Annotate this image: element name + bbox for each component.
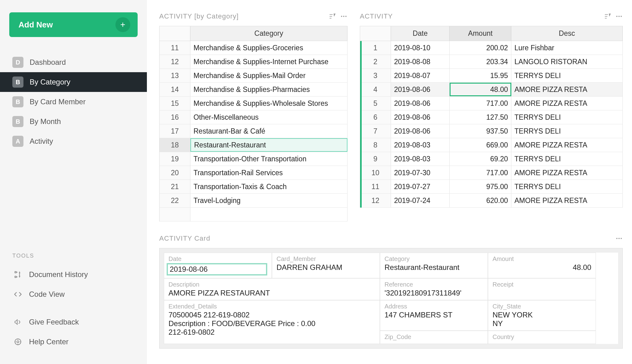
sidebar-item-by-card-member[interactable]: B By Card Member bbox=[0, 92, 147, 112]
category-cell[interactable]: Merchandise & Supplies-Mail Order bbox=[190, 69, 347, 82]
date-cell[interactable]: 2019-08-06 bbox=[391, 110, 450, 124]
category-cell[interactable]: Restaurant-Restaurant bbox=[190, 138, 347, 152]
table-row[interactable]: 82019-08-03669.00AMORE PIZZA RESTA bbox=[360, 138, 623, 152]
category-cell[interactable]: Transportation-Taxis & Coach bbox=[190, 180, 347, 193]
amount-cell[interactable]: 127.50 bbox=[450, 110, 511, 124]
amount-cell[interactable]: 717.00 bbox=[450, 166, 511, 180]
desc-cell[interactable]: AMORE PIZZA RESTA bbox=[511, 97, 623, 110]
field-extended-details[interactable]: Extended_Details 70500045 212-619-0802 D… bbox=[164, 300, 380, 344]
category-cell[interactable]: Restaurant-Bar & Café bbox=[190, 124, 347, 138]
table-row[interactable]: 32019-08-0715.95TERRYS DELI bbox=[360, 69, 623, 83]
tool-give-feedback[interactable]: Give Feedback bbox=[0, 312, 147, 332]
desc-cell[interactable]: Lure Fishbar bbox=[511, 41, 623, 55]
table-row[interactable]: 11Merchandise & Supplies-Groceries bbox=[160, 41, 347, 55]
sidebar-item-by-month[interactable]: B By Month bbox=[0, 112, 147, 131]
category-cell[interactable]: Merchandise & Supplies-Wholesale Stores bbox=[190, 97, 347, 110]
amount-cell[interactable]: 717.00 bbox=[450, 97, 511, 110]
table-row[interactable]: 12019-08-10200.02Lure Fishbar bbox=[360, 41, 623, 55]
activity-grid[interactable]: Date Amount Desc 12019-08-10200.02Lure F… bbox=[360, 26, 623, 208]
filter-icon[interactable] bbox=[604, 13, 611, 20]
tool-help-center[interactable]: Help Center bbox=[0, 332, 147, 352]
field-city-state[interactable]: City_State NEW YORK NY bbox=[488, 300, 596, 331]
sidebar-item-activity[interactable]: A Activity bbox=[0, 131, 147, 151]
category-cell[interactable]: Other-Miscellaneous bbox=[190, 110, 347, 124]
desc-cell[interactable]: AMORE PIZZA RESTA bbox=[511, 83, 623, 96]
more-icon[interactable] bbox=[615, 235, 623, 242]
table-row[interactable]: 72019-08-06937.50TERRYS DELI bbox=[360, 124, 623, 138]
field-country[interactable]: Country bbox=[488, 331, 596, 344]
field-amount[interactable]: Amount 48.00 bbox=[488, 253, 596, 278]
desc-cell[interactable]: TERRYS DELI bbox=[511, 69, 623, 82]
sidebar-item-dashboard[interactable]: D Dashboard bbox=[0, 52, 147, 72]
category-cell[interactable]: Merchandise & Supplies-Pharmacies bbox=[190, 83, 347, 96]
amount-cell[interactable]: 15.95 bbox=[450, 69, 511, 82]
amount-cell[interactable]: 200.02 bbox=[450, 41, 511, 55]
table-row[interactable]: 13Merchandise & Supplies-Mail Order bbox=[160, 69, 347, 83]
desc-cell[interactable]: TERRYS DELI bbox=[511, 152, 623, 166]
date-cell[interactable]: 2019-08-03 bbox=[391, 152, 450, 166]
amount-cell[interactable]: 975.00 bbox=[450, 180, 511, 193]
category-cell[interactable]: Merchandise & Supplies-Internet Purchase bbox=[190, 55, 347, 68]
table-row[interactable]: 17Restaurant-Bar & Café bbox=[160, 124, 347, 138]
field-receipt[interactable]: Receipt bbox=[488, 278, 596, 300]
desc-cell[interactable]: LANGOLO RISTORAN bbox=[511, 55, 623, 68]
table-row[interactable]: 92019-08-0369.20TERRYS DELI bbox=[360, 152, 623, 166]
table-row[interactable]: 52019-08-06717.00AMORE PIZZA RESTA bbox=[360, 97, 623, 110]
table-row[interactable]: 22Travel-Lodging bbox=[160, 194, 347, 208]
more-icon[interactable] bbox=[340, 13, 347, 20]
filter-icon[interactable] bbox=[328, 13, 336, 20]
desc-cell[interactable]: TERRYS DELI bbox=[511, 124, 623, 138]
category-cell[interactable]: Transportation-Rail Services bbox=[190, 166, 347, 180]
table-row[interactable]: 112019-07-27975.00TERRYS DELI bbox=[360, 180, 623, 194]
add-new-button[interactable]: Add New + bbox=[9, 12, 138, 37]
amount-cell[interactable]: 620.00 bbox=[450, 194, 511, 207]
table-row[interactable]: 14Merchandise & Supplies-Pharmacies bbox=[160, 83, 347, 97]
desc-cell[interactable]: TERRYS DELI bbox=[511, 110, 623, 124]
field-description[interactable]: Description AMORE PIZZA RESTAURANT bbox=[164, 278, 380, 300]
field-card-member[interactable]: Card_Member DARREN GRAHAM bbox=[272, 253, 380, 278]
table-row[interactable]: 18Restaurant-Restaurant bbox=[160, 138, 347, 152]
date-cell[interactable]: 2019-08-06 bbox=[391, 124, 450, 138]
desc-cell[interactable]: AMORE PIZZA RESTA bbox=[511, 138, 623, 152]
tool-document-history[interactable]: Document History bbox=[0, 265, 147, 284]
category-header[interactable]: Category bbox=[190, 26, 347, 41]
date-cell[interactable]: 2019-08-08 bbox=[391, 55, 450, 68]
amount-cell[interactable]: 48.00 bbox=[450, 83, 511, 96]
desc-header[interactable]: Desc bbox=[511, 26, 623, 41]
date-cell[interactable]: 2019-07-27 bbox=[391, 180, 450, 193]
desc-cell[interactable]: TERRYS DELI bbox=[511, 180, 623, 193]
table-row[interactable]: 22019-08-08203.34LANGOLO RISTORAN bbox=[360, 55, 623, 69]
category-cell[interactable]: Merchandise & Supplies-Groceries bbox=[190, 41, 347, 55]
amount-cell[interactable]: 937.50 bbox=[450, 124, 511, 138]
table-row[interactable]: 42019-08-0648.00AMORE PIZZA RESTA bbox=[360, 83, 623, 97]
tool-code-view[interactable]: Code View bbox=[0, 284, 147, 304]
field-date[interactable]: Date 2019-08-06 bbox=[164, 253, 272, 278]
table-row[interactable]: 102019-07-30717.00AMORE PIZZA RESTA bbox=[360, 166, 623, 180]
date-cell[interactable]: 2019-07-30 bbox=[391, 166, 450, 180]
desc-cell[interactable]: AMORE PIZZA RESTA bbox=[511, 194, 623, 207]
category-cell[interactable]: Transportation-Other Transportation bbox=[190, 152, 347, 166]
category-grid[interactable]: Category 11Merchandise & Supplies-Grocer… bbox=[159, 26, 347, 221]
table-row[interactable]: 62019-08-06127.50TERRYS DELI bbox=[360, 110, 623, 124]
field-reference[interactable]: Reference '320192180917311849' bbox=[380, 278, 488, 300]
date-cell[interactable]: 2019-08-07 bbox=[391, 69, 450, 82]
amount-cell[interactable]: 203.34 bbox=[450, 55, 511, 68]
sidebar-item-by-category[interactable]: B By Category bbox=[0, 72, 147, 92]
table-row[interactable]: 19Transportation-Other Transportation bbox=[160, 152, 347, 166]
amount-cell[interactable]: 69.20 bbox=[450, 152, 511, 166]
table-row[interactable]: 12Merchandise & Supplies-Internet Purcha… bbox=[160, 55, 347, 69]
table-row[interactable]: 16Other-Miscellaneous bbox=[160, 110, 347, 124]
table-row[interactable]: 20Transportation-Rail Services bbox=[160, 166, 347, 180]
date-cell[interactable]: 2019-08-06 bbox=[391, 97, 450, 110]
category-cell[interactable]: Travel-Lodging bbox=[190, 194, 347, 207]
field-category[interactable]: Category Restaurant-Restaurant bbox=[380, 253, 488, 278]
date-cell[interactable]: 2019-08-06 bbox=[391, 83, 450, 96]
date-header[interactable]: Date bbox=[391, 26, 450, 41]
table-row[interactable]: 15Merchandise & Supplies-Wholesale Store… bbox=[160, 97, 347, 110]
table-row[interactable]: 122019-07-24620.00AMORE PIZZA RESTA bbox=[360, 194, 623, 208]
more-icon[interactable] bbox=[615, 13, 623, 20]
desc-cell[interactable]: AMORE PIZZA RESTA bbox=[511, 166, 623, 180]
date-cell[interactable]: 2019-08-10 bbox=[391, 41, 450, 55]
field-zip[interactable]: Zip_Code bbox=[380, 331, 488, 344]
amount-cell[interactable]: 669.00 bbox=[450, 138, 511, 152]
